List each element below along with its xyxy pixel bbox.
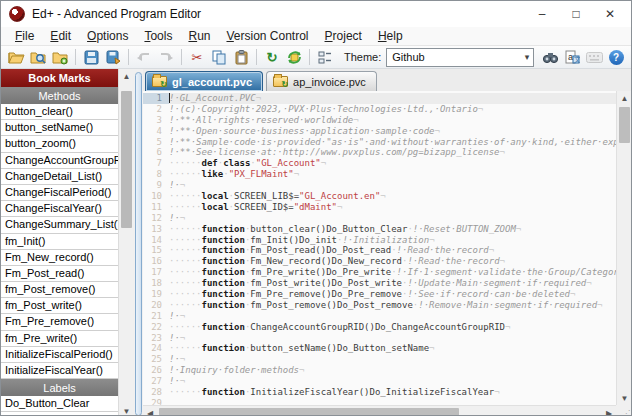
code-line[interactable]: 28······function·InitializeFiscalYear()D… [143, 387, 616, 398]
code-line[interactable]: 16······function·Fm_New_record()Do_New_r… [143, 256, 616, 267]
list-item[interactable]: button_setName() [1, 120, 118, 136]
menu-version-control[interactable]: Version Control [218, 28, 316, 44]
code-line[interactable]: 8······like·"PX_FLMaint"¬ [143, 169, 616, 180]
sidebar-scrollbar[interactable]: ▲ ▼ [118, 69, 133, 416]
code-line[interactable]: 27!·¬ [143, 376, 616, 387]
editor-tabbar: gl_account.pvcap_invoice.pvc [143, 69, 631, 91]
code-line[interactable]: 3!·**·All·rights·reserved·worldwide¬ [143, 115, 616, 126]
open-project-icon[interactable] [49, 47, 71, 67]
theme-dropdown[interactable]: Github ▾ [386, 48, 534, 67]
code-line[interactable]: 20······function·fm_Post_remove()Do_Post… [143, 300, 616, 311]
open-file-icon[interactable] [5, 47, 27, 67]
list-item[interactable]: ChangeAccountGroupRID() [1, 153, 118, 169]
list-item[interactable]: ChangeSummary_List() [1, 217, 118, 233]
sidebar-scroll-thumb[interactable] [121, 91, 132, 228]
list-item[interactable]: Fm_Post_read() [1, 266, 118, 282]
code-line[interactable]: 13······function·button_clear()Do_Button… [143, 224, 616, 235]
editor-hscroll-thumb[interactable] [159, 408, 459, 416]
code-line[interactable]: 15······function·Fm_Post_read()Do_Post_r… [143, 245, 616, 256]
scroll-up-icon[interactable]: ▲ [119, 69, 134, 84]
code-line[interactable]: 10······local·SCREEN_LIB$="GL_Account.en… [143, 191, 616, 202]
line-number: 3 [143, 115, 169, 126]
save-as-icon[interactable] [102, 47, 124, 67]
code-line[interactable]: 2!·(c)·Copyright·2023,·PVX·Plus·Technolo… [143, 104, 616, 115]
code-line[interactable]: 17······function·fm_Pre_write()Do_Pre_wr… [143, 267, 616, 278]
list-item[interactable]: InitializeFiscalYear() [1, 363, 118, 379]
update-icon[interactable] [283, 47, 305, 67]
code-line[interactable]: 5!·**·Sample·code·is·provided·"as·is"·an… [143, 137, 616, 148]
undo-icon[interactable] [133, 47, 155, 67]
scroll-down-icon[interactable]: ▼ [617, 391, 631, 405]
line-text: !·¬ [169, 213, 616, 224]
menu-help[interactable]: Help [370, 28, 411, 44]
editor-vscroll-thumb[interactable] [619, 107, 630, 143]
list-item[interactable]: ChangeFiscalPeriod() [1, 185, 118, 201]
code-line[interactable]: 11······local·SCREEN_ID$="dMaint"¬ [143, 202, 616, 213]
list-item[interactable]: Do_Button_Clear [1, 396, 118, 412]
bookmarks-list: Book Marks Methodsbutton_clear()button_s… [1, 69, 118, 416]
list-item[interactable]: Fm_Pre_remove() [1, 314, 118, 330]
list-item[interactable]: fm_Post_write() [1, 298, 118, 314]
tab-gl_account-pvc[interactable]: gl_account.pvc [145, 71, 263, 91]
minimize-button[interactable]: – [525, 3, 559, 25]
resize-grip[interactable]: ⋰ [616, 405, 631, 416]
tab-ap_invoice-pvc[interactable]: ap_invoice.pvc [266, 71, 377, 91]
find-in-files-icon[interactable] [27, 47, 49, 67]
code-line[interactable]: 6!·**·See·license·at:·http://www.pvxplus… [143, 147, 616, 158]
menu-run[interactable]: Run [180, 28, 218, 44]
list-item[interactable]: ChangeDetail_List() [1, 169, 118, 185]
list-item[interactable]: fm_Pre_write() [1, 331, 118, 347]
editor-vertical-scrollbar[interactable]: ▲ ▼ [616, 91, 631, 405]
code-line[interactable]: 25!·¬ [143, 354, 616, 365]
code-line[interactable]: 1!·GL_Account.PVC¬ [143, 93, 616, 104]
pane-splitter[interactable] [133, 69, 143, 416]
list-item[interactable]: InitializeFiscalPeriod() [1, 347, 118, 363]
code-line[interactable]: 9!·¬ [143, 180, 616, 191]
menu-project[interactable]: Project [317, 28, 370, 44]
save-icon[interactable] [80, 47, 102, 67]
help-icon[interactable]: ? [605, 47, 627, 67]
code-line[interactable]: 7······def·class·"GL_Account"¬ [143, 158, 616, 169]
cut-icon[interactable]: ✂ [186, 47, 208, 67]
redo-icon[interactable] [155, 47, 177, 67]
code-editor[interactable]: 1!·GL_Account.PVC¬2!·(c)·Copyright·2023,… [143, 91, 631, 416]
maximize-button[interactable]: □ [559, 3, 593, 25]
outline-view-icon[interactable] [314, 47, 336, 67]
refresh-icon[interactable]: ↻ [261, 47, 283, 67]
code-line[interactable]: 22······function·ChangeAccountGroupRID()… [143, 322, 616, 333]
titlebar: Ed+ - Advanced Program Editor – □ ✕ [1, 1, 631, 27]
code-line[interactable]: 18······function·fm_Post_write()Do_Post_… [143, 278, 616, 289]
list-item[interactable]: Fm_New_record() [1, 250, 118, 266]
code-line[interactable]: 21!·¬ [143, 311, 616, 322]
copy-icon[interactable] [208, 47, 230, 67]
code-line[interactable]: 24······function·button_setName()Do_Butt… [143, 343, 616, 354]
menu-edit[interactable]: Edit [42, 28, 79, 44]
paste-icon[interactable] [230, 47, 252, 67]
menu-options[interactable]: Options [79, 28, 136, 44]
menu-tools[interactable]: Tools [136, 28, 180, 44]
scroll-down-icon[interactable]: ▼ [119, 404, 134, 416]
scroll-up-icon[interactable]: ▲ [617, 91, 631, 105]
code-line[interactable]: 26!·Inquiry·folder·methods¬ [143, 365, 616, 376]
code-line[interactable]: 14······function·fm_Init()Do_init·!·Init… [143, 235, 616, 246]
find-icon[interactable] [539, 47, 561, 67]
theme-value: Github [392, 51, 424, 63]
keyboard-icon[interactable] [583, 47, 605, 67]
code-line[interactable]: 4!·**·Open·source·business·application·s… [143, 126, 616, 137]
spell-check-icon[interactable]: a文 [561, 47, 583, 67]
editor-horizontal-scrollbar[interactable]: ◀ ▶ [143, 405, 616, 416]
list-item[interactable]: button_zoom() [1, 136, 118, 152]
code-line[interactable]: 19······function·Fm_Pre_remove()Do_Pre_r… [143, 289, 616, 300]
scroll-right-icon[interactable]: ▶ [602, 406, 616, 416]
code-line[interactable]: 12!·¬ [143, 213, 616, 224]
scroll-left-icon[interactable]: ◀ [143, 406, 157, 416]
list-item[interactable]: Do_Button_setName [1, 412, 118, 416]
menu-file[interactable]: File [7, 28, 42, 44]
list-item[interactable]: fm_Post_remove() [1, 282, 118, 298]
list-item[interactable]: button_clear() [1, 104, 118, 120]
list-item[interactable]: fm_Init() [1, 234, 118, 250]
list-item[interactable]: ChangeFiscalYear() [1, 201, 118, 217]
close-button[interactable]: ✕ [593, 3, 627, 25]
code-line[interactable]: 23!·¬ [143, 333, 616, 344]
tab-label: gl_account.pvc [172, 76, 252, 88]
